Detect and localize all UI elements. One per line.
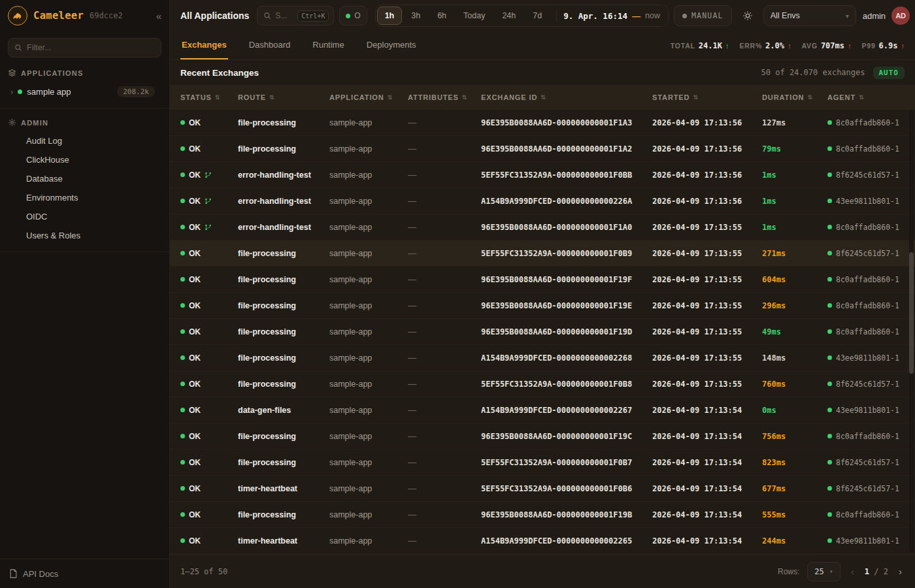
sidebar-filter[interactable] [8,38,161,57]
table-row[interactable]: OKtimer-heartbeatsample-app—5EF55FC31352… [170,476,915,502]
environment-select[interactable]: All Envs ▾ [763,5,856,26]
api-docs-link[interactable]: API Docs [0,559,169,588]
attributes-cell: — [408,510,481,519]
sidebar-item-database[interactable]: Database [0,169,169,188]
manual-refresh-button[interactable]: MANUAL [674,5,732,26]
tab-dashboard[interactable]: Dashboard [248,31,292,59]
stat-label: P99 [862,42,876,50]
tab-exchanges[interactable]: Exchanges [180,31,228,59]
column-header-started[interactable]: STARTED⇅ [652,93,762,101]
attributes-cell: — [408,301,481,310]
time-range-1h[interactable]: 1h [377,7,403,25]
time-range-7d[interactable]: 7d [525,7,550,25]
tab-runtime[interactable]: Runtime [311,31,345,59]
table-row[interactable]: OKerror-handling-testsample-app—A154B9A9… [170,188,915,214]
time-range-24h[interactable]: 24h [494,7,524,25]
agent-id: 8c0affadb860-1 [836,144,899,154]
status-ok-dot [180,486,185,491]
agent-cell: 43ee9811b801-1 [827,353,915,363]
status-ok-dot [180,251,185,255]
route-cell: error-handling-test [238,197,329,206]
agent-cell: 8c0affadb860-1 [827,275,915,284]
table-row[interactable]: OKfile-processingsample-app—96E395B0088A… [170,110,915,136]
time-range-3h[interactable]: 3h [403,7,428,25]
column-header-attributes[interactable]: ATTRIBUTES⇅ [408,93,481,101]
table-body: OKfile-processingsample-app—96E395B0088A… [170,110,915,554]
sidebar-header: Cameleer 69dcce2 « [0,0,169,31]
stat-label: ERR% [739,42,762,50]
sidebar-item-users-roles[interactable]: Users & Roles [0,226,169,245]
exchange-id-cell: 96E395B0088AA6D-000000000001F19E [481,301,652,310]
table-row[interactable]: OKerror-handling-testsample-app—5EF55FC3… [170,162,915,188]
table-row[interactable]: OKerror-handling-testsample-app—96E395B0… [170,214,915,240]
status-label: OK [189,223,201,232]
manual-dot-icon [682,14,687,18]
sidebar-collapse-button[interactable]: « [156,10,161,22]
tabs: ExchangesDashboardRuntimeDeployments [180,31,418,59]
sidebar-divider [0,252,169,252]
exchange-id-cell: 96E395B0088AA6D-000000000001F1A2 [481,144,652,154]
table-row[interactable]: OKfile-processingsample-app—5EF55FC31352… [170,371,915,397]
status-label: OK [189,432,201,441]
applications-section-label: APPLICATIONS [21,69,83,77]
sidebar-item-clickhouse[interactable]: ClickHouse [0,150,169,169]
trend-up-icon: ↑ [788,42,791,50]
stat-p99: P996.9s↑ [862,41,905,50]
application-cell: sample-app [329,249,408,258]
table-row[interactable]: OKdata-gen-filessample-app—A154B9A999DFC… [170,397,915,423]
filter-input[interactable] [27,43,155,52]
agent-id: 8f6245c61d57-1 [836,380,899,389]
online-status-pill[interactable]: O [339,6,367,25]
column-label: AGENT [827,93,856,101]
cameleer-logo-icon[interactable] [8,6,27,25]
column-header-duration[interactable]: DURATION⇅ [762,93,827,101]
fork-icon [205,197,212,205]
user-menu[interactable]: admin AD [863,7,910,25]
table-row[interactable]: OKfile-processingsample-app—5EF55FC31352… [170,449,915,476]
agent-cell: 8f6245c61d57-1 [827,484,915,493]
global-search[interactable]: Ctrl+K [257,6,334,25]
applications-section-header: APPLICATIONS [0,59,169,82]
sidebar-item-oidc[interactable]: OIDC [0,207,169,226]
column-header-exchange-id[interactable]: EXCHANGE ID⇅ [481,93,652,101]
exchange-count-badge: 208.2k [117,86,155,97]
time-range-6h[interactable]: 6h [429,7,454,25]
application-cell: sample-app [329,275,408,284]
chevron-right-icon[interactable]: › [10,87,13,97]
tab-deployments[interactable]: Deployments [365,31,418,59]
rows-per-page-select[interactable]: 25 ▾ [807,562,840,581]
avatar[interactable]: AD [891,7,910,25]
column-header-agent[interactable]: AGENT⇅ [827,93,915,101]
agent-online-dot [827,303,832,308]
column-header-route[interactable]: ROUTE⇅ [238,93,329,101]
search-input[interactable] [275,11,293,20]
table-row[interactable]: OKfile-processingsample-app—96E395B0088A… [170,136,915,162]
auto-refresh-badge[interactable]: AUTO [873,67,905,79]
previous-page-button[interactable]: ‹ [848,566,857,577]
agent-cell: 8c0affadb860-1 [827,432,915,441]
exchange-id-cell: 96E395B0088AA6D-000000000001F1A0 [481,223,652,232]
online-label: O [354,11,360,20]
sidebar-item-environments[interactable]: Environments [0,188,169,207]
status-cell: OK [180,458,238,467]
table-row[interactable]: OKfile-processingsample-app—96E395B0088A… [170,319,915,345]
column-header-application[interactable]: APPLICATION⇅ [329,93,408,101]
table-row[interactable]: OKtimer-heartbeatsample-app—A154B9A999DF… [170,528,915,554]
time-range-today[interactable]: Today [456,7,493,25]
column-header-status[interactable]: STATUS⇅ [180,93,238,101]
scrollbar-thumb[interactable] [909,252,914,374]
application-cell: sample-app [329,171,408,180]
route-cell: file-processing [238,275,329,284]
table-row[interactable]: OKfile-processingsample-app—5EF55FC31352… [170,240,915,267]
sidebar-item-audit-log[interactable]: Audit Log [0,131,169,150]
table-row[interactable]: OKfile-processingsample-app—A154B9A999DF… [170,345,915,371]
table-row[interactable]: OKfile-processingsample-app—96E395B0088A… [170,293,915,319]
theme-toggle-button[interactable] [737,5,758,26]
attributes-cell: — [408,222,481,232]
next-page-button[interactable]: › [896,566,905,577]
table-row[interactable]: OKfile-processingsample-app—96E395B0088A… [170,267,915,293]
table-row[interactable]: OKfile-processingsample-app—96E395B0088A… [170,502,915,528]
table-row[interactable]: OKfile-processingsample-app—96E395B0088A… [170,423,915,449]
shortcut-hint: Ctrl+K [297,10,329,22]
sidebar-item-sample-app[interactable]: › sample app 208.2k [0,82,169,101]
